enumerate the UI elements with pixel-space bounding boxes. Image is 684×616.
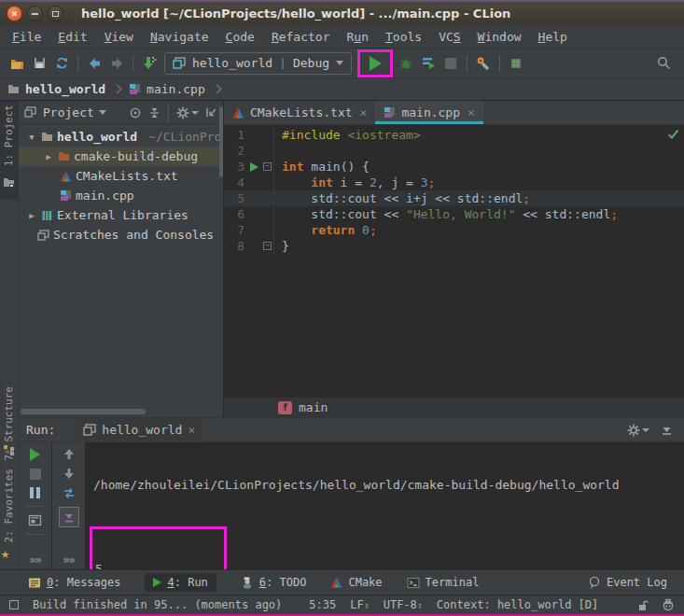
sync-button[interactable]: [50, 52, 73, 75]
stripe-button-favorites[interactable]: 2: Favorites: [3, 469, 15, 542]
up-arrow-icon[interactable]: [63, 448, 75, 460]
scroll-to-end-button[interactable]: [59, 507, 79, 527]
project-vertical-scrollbar[interactable]: [219, 106, 223, 177]
tree-item-scratches[interactable]: Scratches and Consoles: [19, 225, 223, 245]
line-separator-selector[interactable]: LF↕: [350, 598, 369, 611]
caret-position[interactable]: 5:35: [309, 598, 336, 611]
rerun-icon[interactable]: [30, 448, 40, 461]
console-settings-button[interactable]: [627, 424, 649, 437]
open-button[interactable]: [6, 52, 28, 75]
project-panel-title[interactable]: Project: [43, 105, 94, 119]
run-configuration-selector[interactable]: hello_world | Debug: [164, 52, 352, 75]
menu-file[interactable]: File: [4, 28, 49, 46]
menu-edit[interactable]: Edit: [49, 28, 95, 46]
run-tab-hello-world[interactable]: hello_world ×: [76, 418, 202, 442]
project-folder-icon: [3, 177, 15, 188]
code-line-1[interactable]: 1#include <iostream>: [224, 127, 684, 143]
pause-output-icon[interactable]: [30, 487, 40, 498]
code-line-5[interactable]: 5 std::cout << i+j << std::endl;: [224, 190, 684, 206]
hector-inspections-icon[interactable]: [662, 598, 675, 611]
close-tab-icon[interactable]: ×: [360, 105, 368, 119]
breadcrumb-function[interactable]: main: [299, 400, 328, 414]
more-actions-chevron[interactable]: »»: [63, 553, 74, 567]
code-line-4[interactable]: 4 int i = 2, j = 3;: [224, 175, 684, 190]
collapse-all-icon[interactable]: [148, 106, 161, 119]
project-panel-header: Project: [19, 101, 223, 125]
window-minimize-button[interactable]: [27, 6, 43, 21]
run-line-marker-icon[interactable]: [250, 162, 258, 172]
tree-item-cmake-build-debug[interactable]: ▶ cmake-build-debug: [19, 147, 223, 166]
tree-item-cmakelists[interactable]: CMakeLists.txt: [19, 166, 223, 186]
expand-arrow-icon[interactable]: ▶: [26, 211, 37, 220]
close-tab-icon[interactable]: ×: [188, 423, 195, 437]
menu-run[interactable]: Run: [339, 28, 377, 46]
toolbutton-todo[interactable]: 6: TODO: [241, 576, 307, 589]
menu-navigate[interactable]: Navigate: [142, 28, 217, 46]
build-button[interactable]: [505, 52, 527, 75]
code-line-7[interactable]: 7 return 0;: [224, 222, 684, 238]
locate-target-icon[interactable]: [129, 106, 142, 119]
inspection-ok-icon[interactable]: [667, 129, 679, 139]
tree-item-main-cpp[interactable]: main.cpp: [19, 186, 223, 205]
code-line-3[interactable]: 3−int main() {: [224, 159, 684, 175]
fold-marker-icon[interactable]: −: [263, 162, 272, 171]
menu-window[interactable]: Window: [469, 28, 530, 46]
debug-button[interactable]: [395, 52, 417, 75]
breadcrumb-file[interactable]: main.cpp: [147, 82, 205, 96]
stripe-button-project[interactable]: 1: Project: [3, 105, 15, 166]
menu-help[interactable]: Help: [530, 28, 576, 46]
toolbutton-run[interactable]: 4: Run: [145, 573, 216, 592]
background-tasks-icon[interactable]: [9, 600, 19, 609]
show-bytecode-button[interactable]: [138, 52, 161, 75]
refresh-icon: [55, 56, 69, 70]
breadcrumb-project[interactable]: hello_world: [25, 82, 105, 96]
menu-view[interactable]: View: [96, 28, 142, 46]
toolbutton-cmake[interactable]: CMake: [330, 576, 382, 589]
expand-arrow-icon[interactable]: ▶: [43, 152, 54, 161]
code-line-8[interactable]: 8−}: [224, 238, 684, 254]
maximize-icon: [52, 11, 59, 17]
toolbutton-messages[interactable]: 0: Messages: [28, 576, 120, 589]
lock-icon[interactable]: [636, 599, 649, 611]
window-close-button[interactable]: ×: [7, 6, 22, 21]
tree-item-hello-world[interactable]: ▼ hello_world ~/CLionPro: [19, 127, 223, 147]
down-arrow-icon[interactable]: [63, 468, 75, 480]
settings-button[interactable]: [472, 52, 495, 75]
chevron-down-icon[interactable]: [99, 110, 106, 115]
tree-item-external-libraries[interactable]: ▶ External Libraries: [19, 205, 223, 225]
menu-tools[interactable]: Tools: [377, 28, 430, 46]
hide-panel-icon[interactable]: [205, 106, 217, 119]
jump-to-source-icon[interactable]: [63, 487, 76, 499]
resolve-context[interactable]: Context: hello_world [D]: [437, 598, 598, 611]
forward-button[interactable]: [105, 52, 128, 75]
dock-down-icon[interactable]: [661, 424, 673, 436]
tab-cmakelists[interactable]: CMakeLists.txt ×: [224, 101, 375, 124]
expand-arrow-icon[interactable]: ▼: [26, 133, 37, 142]
run-button[interactable]: [364, 52, 386, 75]
more-actions-chevron[interactable]: »»: [29, 553, 40, 567]
window-maximize-button[interactable]: [48, 6, 63, 21]
close-tab-icon[interactable]: ×: [468, 105, 475, 119]
search-everywhere-button[interactable]: [652, 52, 675, 75]
back-button[interactable]: [83, 52, 105, 75]
fold-marker-icon[interactable]: −: [263, 242, 272, 250]
code-line-2[interactable]: 2: [224, 143, 684, 159]
encoding-selector[interactable]: UTF-8↕: [384, 598, 423, 611]
toolbar-separator: [133, 55, 133, 72]
menu-vcs[interactable]: VCS: [430, 28, 468, 46]
favorites-star-icon[interactable]: ★: [1, 545, 9, 562]
panel-settings-button[interactable]: [176, 106, 199, 119]
code-line-6[interactable]: 6 std::cout << "Hello, World!" << std::e…: [224, 206, 684, 222]
stop-button[interactable]: [440, 52, 462, 75]
attach-to-process-button[interactable]: [417, 52, 440, 75]
project-view-icon: [24, 106, 36, 119]
restore-layout-icon[interactable]: [28, 514, 42, 526]
tab-main-cpp[interactable]: main.cpp ×: [375, 101, 482, 124]
toolbutton-terminal[interactable]: Terminal: [407, 576, 480, 589]
menu-code[interactable]: Code: [217, 28, 263, 46]
menu-refactor[interactable]: Refactor: [263, 28, 339, 46]
event-log-button[interactable]: Event Log: [588, 576, 675, 589]
stop-icon[interactable]: [30, 469, 41, 480]
save-button[interactable]: [28, 52, 50, 75]
project-horizontal-scrollbar[interactable]: [21, 409, 146, 414]
